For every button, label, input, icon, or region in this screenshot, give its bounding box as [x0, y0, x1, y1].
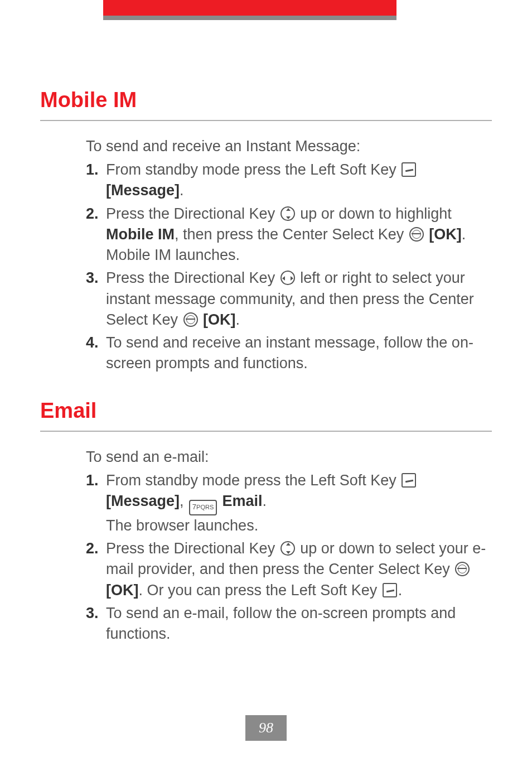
page-number: 98 — [245, 715, 287, 741]
text: From standby mode press the Left Soft Ke… — [106, 161, 400, 178]
list-item: 4. To send and receive an instant messag… — [86, 332, 492, 374]
text: From standby mode press the Left Soft Ke… — [106, 472, 400, 489]
section-email: Email To send an e-mail: 1. From standby… — [40, 399, 492, 645]
bold-text: [OK] — [203, 311, 235, 328]
item-body: From standby mode press the Left Soft Ke… — [106, 470, 492, 537]
red-bar — [103, 0, 396, 16]
bold-text: [Message] — [106, 182, 180, 199]
list-item: 3. To send an e-mail, follow the on-scre… — [86, 603, 492, 645]
page-content: Mobile IM To send and receive an Instant… — [40, 88, 492, 647]
center-select-key-icon — [183, 312, 198, 327]
section-heading-mobile-im: Mobile IM — [40, 88, 492, 112]
text: To send and receive an instant message, … — [106, 334, 473, 372]
text: . — [180, 182, 184, 199]
text: To send an e-mail, follow the on-screen … — [106, 605, 456, 642]
item-number: 1. — [86, 470, 106, 537]
text: Press the Directional Key — [106, 269, 279, 286]
header-decoration — [0, 0, 532, 21]
text: . Or you can press the Left Soft Key — [138, 582, 381, 599]
center-select-key-icon — [409, 227, 424, 242]
list-item: 3. Press the Directional Key left or rig… — [86, 268, 492, 330]
item-body: Press the Directional Key up or down to … — [106, 204, 492, 266]
text: . — [462, 226, 466, 243]
key-7-icon: 7PQRS — [189, 500, 217, 515]
left-soft-key-icon — [383, 583, 397, 597]
text: up or down to highlight — [296, 205, 452, 222]
gray-bar — [103, 16, 396, 20]
text: , — [180, 493, 188, 509]
bold-text: [OK] — [106, 582, 138, 599]
sub-text: Mobile IM launches. — [106, 245, 492, 266]
left-soft-key-icon — [402, 162, 416, 177]
bold-text: Email — [218, 493, 263, 509]
item-body: Press the Directional Key up or down to … — [106, 538, 492, 601]
text: . — [263, 493, 267, 509]
directional-key-vertical-icon — [280, 541, 295, 556]
item-body: To send and receive an instant message, … — [106, 332, 492, 374]
list-item: 1. From standby mode press the Left Soft… — [86, 470, 492, 537]
text: . — [236, 311, 240, 328]
section-heading-email: Email — [40, 399, 492, 423]
item-number: 1. — [86, 160, 106, 201]
bold-text: [Message] — [106, 493, 180, 509]
item-number: 2. — [86, 204, 106, 266]
item-body: To send an e-mail, follow the on-screen … — [106, 603, 492, 645]
text: Press the Directional Key — [106, 205, 279, 222]
intro-text: To send an e-mail: — [86, 448, 492, 466]
item-number: 3. — [86, 268, 106, 330]
directional-key-vertical-icon — [280, 206, 295, 221]
item-number: 2. — [86, 538, 106, 601]
divider — [40, 120, 492, 121]
instruction-list-mobile-im: 1. From standby mode press the Left Soft… — [86, 160, 492, 374]
directional-key-horizontal-icon — [280, 271, 295, 285]
divider — [40, 431, 492, 432]
bold-text: [OK] — [429, 226, 461, 243]
text: . — [398, 582, 403, 599]
text: Press the Directional Key — [106, 540, 279, 557]
instruction-list-email: 1. From standby mode press the Left Soft… — [86, 470, 492, 645]
item-body: Press the Directional Key left or right … — [106, 268, 492, 330]
list-item: 2. Press the Directional Key up or down … — [86, 538, 492, 601]
center-select-key-icon — [455, 562, 470, 576]
left-soft-key-icon — [402, 473, 416, 488]
text: , then press the Center Select Key — [175, 226, 408, 243]
list-item: 2. Press the Directional Key up or down … — [86, 204, 492, 266]
sub-text: The browser launches. — [106, 515, 492, 536]
intro-text: To send and receive an Instant Message: — [86, 138, 492, 155]
bold-text: Mobile IM — [106, 226, 175, 243]
item-number: 3. — [86, 603, 106, 645]
list-item: 1. From standby mode press the Left Soft… — [86, 160, 492, 201]
item-number: 4. — [86, 332, 106, 374]
item-body: From standby mode press the Left Soft Ke… — [106, 160, 492, 201]
